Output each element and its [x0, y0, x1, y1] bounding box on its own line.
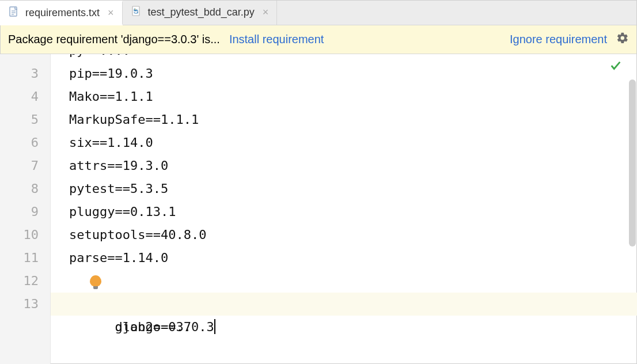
- line-number: 9: [0, 200, 39, 223]
- line-number: 6: [0, 131, 39, 154]
- vertical-scrollbar[interactable]: [628, 79, 636, 361]
- gear-icon[interactable]: [616, 32, 629, 47]
- svg-rect-0: [10, 7, 17, 16]
- tab-requirements-txt[interactable]: requirements.txt ×: [0, 1, 123, 25]
- code-line: setuptools==40.8.0: [69, 223, 637, 247]
- install-requirement-link[interactable]: Install requirement: [229, 33, 324, 46]
- code-line: six==1.14.0: [69, 131, 637, 154]
- line-number: 11: [0, 247, 39, 270]
- banner-message: Package requirement 'django==3.0.3' is..…: [8, 33, 220, 46]
- editor-tab-bar: requirements.txt × test_pytest_bdd_car.p…: [0, 0, 637, 25]
- code-line: pip==19.0.3: [69, 62, 637, 85]
- package-requirement-banner: Package requirement 'django==3.0.3' is..…: [0, 25, 637, 54]
- ignore-requirement-link[interactable]: Ignore requirement: [510, 33, 607, 46]
- close-icon[interactable]: ×: [108, 7, 114, 19]
- tab-label: requirements.txt: [25, 7, 100, 19]
- line-number-gutter: 3 4 5 6 7 8 9 10 11 12 13: [0, 54, 51, 364]
- code-line: py ....: [69, 54, 637, 62]
- code-line: Mako==1.1.1: [69, 85, 637, 108]
- svg-point-6: [137, 12, 138, 13]
- line-number: 10: [0, 223, 39, 247]
- text-editor[interactable]: 3 4 5 6 7 8 9 10 11 12 13 py .... pip==1…: [0, 54, 637, 364]
- line-number: 12: [0, 270, 39, 293]
- intention-bulb-icon[interactable]: [90, 275, 101, 287]
- text-caret: [214, 319, 215, 334]
- code-line: MarkupSafe==1.1.1: [69, 108, 637, 131]
- code-line: pytest==5.3.5: [69, 177, 637, 200]
- line-number: 13: [0, 293, 39, 316]
- line-number: [0, 55, 39, 62]
- code-line: attrs==19.3.0: [69, 154, 637, 177]
- tab-label: test_pytest_bdd_car.py: [148, 6, 255, 18]
- line-number: 4: [0, 85, 39, 108]
- tab-test-pytest-bdd-car[interactable]: test_pytest_bdd_car.py ×: [123, 0, 278, 25]
- line-number: 5: [0, 108, 39, 131]
- line-number: 8: [0, 177, 39, 200]
- scrollbar-thumb[interactable]: [629, 79, 636, 247]
- code-line: parse==1.14.0: [69, 247, 637, 270]
- python-file-icon: [131, 5, 142, 20]
- code-line-current: django==3.0.3: [51, 293, 637, 316]
- close-icon[interactable]: ×: [263, 6, 269, 18]
- line-number: 3: [0, 62, 39, 85]
- code-line: pluggy==0.13.1: [69, 200, 637, 223]
- code-content[interactable]: py .... pip==19.0.3 Mako==1.1.1 MarkupSa…: [51, 54, 637, 364]
- text-file-icon: [8, 6, 20, 20]
- code-text: django==3.0.3: [115, 320, 214, 334]
- code-line: glob2==0.7: [69, 270, 637, 293]
- svg-point-5: [135, 9, 136, 10]
- line-number: 7: [0, 154, 39, 177]
